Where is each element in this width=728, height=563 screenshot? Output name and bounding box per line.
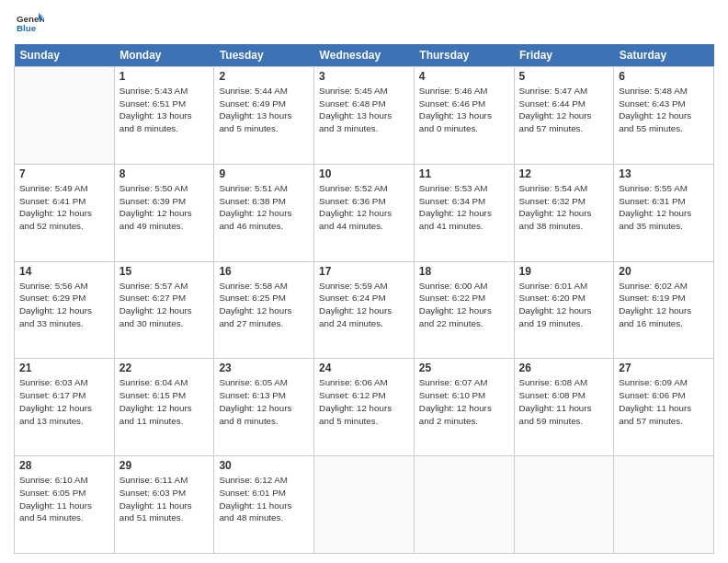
day-info: Sunrise: 5:56 AM Sunset: 6:29 PM Dayligh… [19, 280, 109, 330]
calendar-week-5: 28Sunrise: 6:10 AM Sunset: 6:05 PM Dayli… [15, 456, 714, 554]
day-number: 16 [219, 265, 309, 278]
day-info: Sunrise: 5:45 AM Sunset: 6:48 PM Dayligh… [319, 85, 409, 135]
day-info: Sunrise: 6:04 AM Sunset: 6:15 PM Dayligh… [119, 376, 210, 427]
calendar-day-cell: 30Sunrise: 6:12 AM Sunset: 6:01 PM Dayli… [214, 456, 314, 554]
calendar-day-cell: 7Sunrise: 5:49 AM Sunset: 6:41 PM Daylig… [15, 164, 115, 261]
weekday-header-row: SundayMondayTuesdayWednesdayThursdayFrid… [15, 44, 714, 67]
day-number: 2 [219, 70, 309, 83]
day-info: Sunrise: 6:06 AM Sunset: 6:12 PM Dayligh… [319, 376, 409, 427]
day-number: 7 [19, 167, 109, 180]
calendar-day-cell: 2Sunrise: 5:44 AM Sunset: 6:49 PM Daylig… [214, 67, 314, 165]
day-number: 1 [119, 70, 210, 83]
day-info: Sunrise: 5:46 AM Sunset: 6:46 PM Dayligh… [419, 85, 509, 135]
calendar-day-cell: 15Sunrise: 5:57 AM Sunset: 6:27 PM Dayli… [114, 261, 214, 359]
day-number: 26 [519, 362, 609, 374]
calendar-day-cell: 19Sunrise: 6:01 AM Sunset: 6:20 PM Dayli… [514, 261, 614, 359]
day-info: Sunrise: 6:02 AM Sunset: 6:19 PM Dayligh… [619, 280, 709, 330]
day-number: 10 [319, 167, 409, 180]
calendar-week-4: 21Sunrise: 6:03 AM Sunset: 6:17 PM Dayli… [15, 359, 714, 456]
day-info: Sunrise: 6:01 AM Sunset: 6:20 PM Dayligh… [519, 280, 609, 330]
day-number: 3 [319, 70, 409, 83]
day-info: Sunrise: 5:58 AM Sunset: 6:25 PM Dayligh… [219, 280, 309, 330]
day-info: Sunrise: 6:00 AM Sunset: 6:22 PM Dayligh… [419, 280, 509, 330]
day-info: Sunrise: 5:49 AM Sunset: 6:41 PM Dayligh… [19, 182, 109, 233]
day-info: Sunrise: 6:10 AM Sunset: 6:05 PM Dayligh… [19, 474, 109, 524]
calendar-day-cell: 28Sunrise: 6:10 AM Sunset: 6:05 PM Dayli… [15, 456, 115, 554]
day-number: 13 [619, 167, 709, 180]
day-info: Sunrise: 5:47 AM Sunset: 6:44 PM Dayligh… [519, 85, 609, 135]
weekday-header-tuesday: Tuesday [214, 44, 314, 67]
day-info: Sunrise: 5:44 AM Sunset: 6:49 PM Dayligh… [219, 85, 309, 135]
calendar-day-cell: 9Sunrise: 5:51 AM Sunset: 6:38 PM Daylig… [214, 164, 314, 261]
calendar-day-cell: 12Sunrise: 5:54 AM Sunset: 6:32 PM Dayli… [514, 164, 614, 261]
day-info: Sunrise: 5:43 AM Sunset: 6:51 PM Dayligh… [119, 85, 210, 135]
calendar-day-cell: 5Sunrise: 5:47 AM Sunset: 6:44 PM Daylig… [514, 67, 614, 165]
day-number: 20 [619, 265, 709, 278]
day-info: Sunrise: 5:51 AM Sunset: 6:38 PM Dayligh… [219, 182, 309, 233]
calendar-week-1: 1Sunrise: 5:43 AM Sunset: 6:51 PM Daylig… [15, 67, 714, 165]
day-number: 11 [419, 167, 509, 180]
calendar-day-cell: 11Sunrise: 5:53 AM Sunset: 6:34 PM Dayli… [414, 164, 514, 261]
calendar-day-cell [314, 456, 415, 554]
day-number: 17 [319, 265, 409, 278]
calendar-day-cell: 3Sunrise: 5:45 AM Sunset: 6:48 PM Daylig… [314, 67, 415, 165]
calendar-week-2: 7Sunrise: 5:49 AM Sunset: 6:41 PM Daylig… [15, 164, 714, 261]
calendar-day-cell [514, 456, 614, 554]
calendar-day-cell [15, 67, 115, 165]
day-number: 9 [219, 167, 309, 180]
logo-icon: General Blue [17, 9, 44, 37]
day-info: Sunrise: 6:07 AM Sunset: 6:10 PM Dayligh… [419, 376, 509, 427]
day-number: 8 [119, 167, 210, 180]
calendar-day-cell [414, 456, 514, 554]
day-number: 25 [419, 362, 509, 374]
day-info: Sunrise: 6:09 AM Sunset: 6:06 PM Dayligh… [619, 376, 709, 427]
calendar-day-cell [614, 456, 714, 554]
day-number: 22 [119, 362, 210, 374]
day-info: Sunrise: 5:48 AM Sunset: 6:43 PM Dayligh… [619, 85, 709, 135]
day-info: Sunrise: 5:50 AM Sunset: 6:39 PM Dayligh… [119, 182, 210, 233]
calendar-day-cell: 8Sunrise: 5:50 AM Sunset: 6:39 PM Daylig… [114, 164, 214, 261]
calendar-day-cell: 27Sunrise: 6:09 AM Sunset: 6:06 PM Dayli… [614, 359, 714, 456]
svg-text:Blue: Blue [17, 23, 37, 33]
day-info: Sunrise: 6:05 AM Sunset: 6:13 PM Dayligh… [219, 376, 309, 427]
weekday-header-thursday: Thursday [414, 44, 514, 67]
calendar-day-cell: 1Sunrise: 5:43 AM Sunset: 6:51 PM Daylig… [114, 67, 214, 165]
calendar-day-cell: 6Sunrise: 5:48 AM Sunset: 6:43 PM Daylig… [614, 67, 714, 165]
calendar-day-cell: 21Sunrise: 6:03 AM Sunset: 6:17 PM Dayli… [15, 359, 115, 456]
calendar-day-cell: 4Sunrise: 5:46 AM Sunset: 6:46 PM Daylig… [414, 67, 514, 165]
calendar-day-cell: 23Sunrise: 6:05 AM Sunset: 6:13 PM Dayli… [214, 359, 314, 456]
day-info: Sunrise: 5:52 AM Sunset: 6:36 PM Dayligh… [319, 182, 409, 233]
day-info: Sunrise: 6:11 AM Sunset: 6:03 PM Dayligh… [119, 474, 210, 524]
calendar-day-cell: 26Sunrise: 6:08 AM Sunset: 6:08 PM Dayli… [514, 359, 614, 456]
page-header: General Blue [14, 9, 714, 37]
calendar-week-3: 14Sunrise: 5:56 AM Sunset: 6:29 PM Dayli… [15, 261, 714, 359]
day-number: 19 [519, 265, 609, 278]
day-info: Sunrise: 6:03 AM Sunset: 6:17 PM Dayligh… [19, 376, 109, 427]
day-number: 24 [319, 362, 409, 374]
day-info: Sunrise: 6:08 AM Sunset: 6:08 PM Dayligh… [519, 376, 609, 427]
day-number: 29 [119, 459, 210, 472]
calendar-day-cell: 16Sunrise: 5:58 AM Sunset: 6:25 PM Dayli… [214, 261, 314, 359]
day-info: Sunrise: 5:53 AM Sunset: 6:34 PM Dayligh… [419, 182, 509, 233]
day-number: 12 [519, 167, 609, 180]
day-info: Sunrise: 5:59 AM Sunset: 6:24 PM Dayligh… [319, 280, 409, 330]
calendar-day-cell: 17Sunrise: 5:59 AM Sunset: 6:24 PM Dayli… [314, 261, 415, 359]
day-info: Sunrise: 6:12 AM Sunset: 6:01 PM Dayligh… [219, 474, 309, 524]
calendar-table: SundayMondayTuesdayWednesdayThursdayFrid… [14, 44, 714, 554]
logo: General Blue [14, 9, 44, 37]
day-number: 21 [19, 362, 109, 374]
day-number: 5 [519, 70, 609, 83]
calendar-day-cell: 10Sunrise: 5:52 AM Sunset: 6:36 PM Dayli… [314, 164, 415, 261]
day-number: 15 [119, 265, 210, 278]
day-number: 18 [419, 265, 509, 278]
calendar-day-cell: 25Sunrise: 6:07 AM Sunset: 6:10 PM Dayli… [414, 359, 514, 456]
day-info: Sunrise: 5:57 AM Sunset: 6:27 PM Dayligh… [119, 280, 210, 330]
day-number: 28 [19, 459, 109, 472]
calendar-day-cell: 29Sunrise: 6:11 AM Sunset: 6:03 PM Dayli… [114, 456, 214, 554]
calendar-day-cell: 20Sunrise: 6:02 AM Sunset: 6:19 PM Dayli… [614, 261, 714, 359]
day-number: 14 [19, 265, 109, 278]
weekday-header-monday: Monday [114, 44, 214, 67]
day-number: 6 [619, 70, 709, 83]
day-info: Sunrise: 5:54 AM Sunset: 6:32 PM Dayligh… [519, 182, 609, 233]
calendar-day-cell: 14Sunrise: 5:56 AM Sunset: 6:29 PM Dayli… [15, 261, 115, 359]
